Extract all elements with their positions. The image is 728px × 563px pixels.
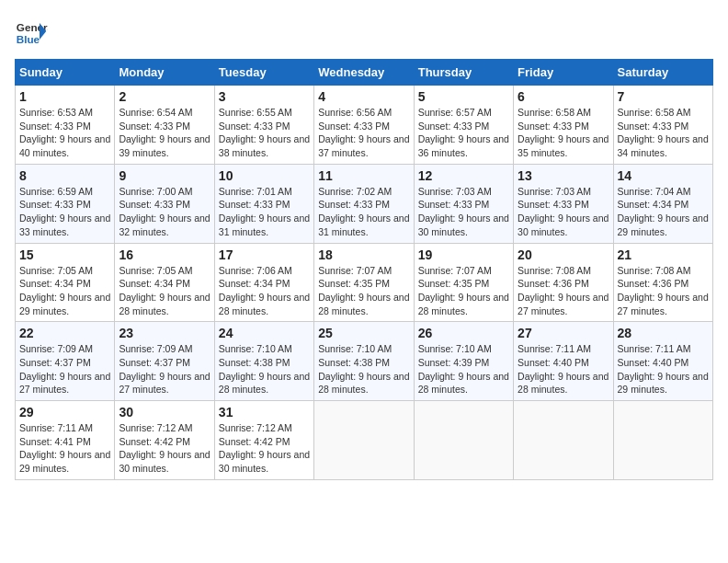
sunrise-text: Sunrise: 7:11 AM — [19, 422, 93, 433]
sunrise-text: Sunrise: 7:03 AM — [418, 186, 492, 197]
daylight-text: Daylight: 9 hours and 30 minutes. — [518, 213, 609, 237]
day-info: Sunrise: 7:09 AM Sunset: 4:37 PM Dayligh… — [19, 342, 110, 396]
day-number: 21 — [618, 247, 709, 262]
daylight-text: Daylight: 9 hours and 28 minutes. — [318, 292, 409, 316]
daylight-text: Daylight: 9 hours and 31 minutes. — [219, 213, 310, 237]
sunrise-text: Sunrise: 7:12 AM — [119, 422, 192, 433]
day-number: 17 — [219, 247, 310, 262]
sunrise-text: Sunrise: 6:56 AM — [318, 107, 392, 118]
sunset-text: Sunset: 4:35 PM — [318, 278, 390, 289]
daylight-text: Daylight: 9 hours and 36 minutes. — [418, 133, 509, 158]
sunrise-text: Sunrise: 6:57 AM — [418, 107, 492, 118]
day-number: 7 — [618, 89, 709, 104]
sunset-text: Sunset: 4:33 PM — [219, 121, 290, 132]
sunrise-text: Sunrise: 7:10 AM — [219, 343, 292, 354]
sunset-text: Sunset: 4:34 PM — [19, 278, 91, 289]
sunset-text: Sunset: 4:33 PM — [119, 121, 190, 132]
day-info: Sunrise: 7:07 AM Sunset: 4:35 PM Dayligh… — [318, 264, 409, 318]
day-number: 22 — [19, 326, 110, 340]
calendar-day-cell — [314, 401, 414, 480]
calendar-day-cell — [613, 401, 712, 480]
day-number: 2 — [119, 89, 210, 104]
daylight-text: Daylight: 9 hours and 38 minutes. — [219, 133, 310, 158]
sunrise-text: Sunrise: 7:09 AM — [119, 343, 192, 354]
sunrise-text: Sunrise: 7:12 AM — [219, 422, 292, 433]
day-number: 30 — [119, 405, 210, 419]
sunrise-text: Sunrise: 7:10 AM — [418, 343, 492, 354]
logo-icon: General Blue — [15, 15, 48, 48]
sunset-text: Sunset: 4:42 PM — [219, 436, 290, 447]
sunset-text: Sunset: 4:33 PM — [318, 121, 390, 132]
daylight-text: Daylight: 9 hours and 33 minutes. — [19, 213, 110, 237]
calendar-week-row: 29 Sunrise: 7:11 AM Sunset: 4:41 PM Dayl… — [16, 401, 713, 480]
calendar-day-cell: 4 Sunrise: 6:56 AM Sunset: 4:33 PM Dayli… — [314, 86, 414, 165]
day-info: Sunrise: 7:08 AM Sunset: 4:36 PM Dayligh… — [618, 264, 709, 318]
sunset-text: Sunset: 4:33 PM — [19, 199, 91, 210]
day-info: Sunrise: 6:54 AM Sunset: 4:33 PM Dayligh… — [119, 106, 210, 160]
sunset-text: Sunset: 4:35 PM — [418, 278, 490, 289]
day-number: 19 — [418, 247, 509, 262]
daylight-text: Daylight: 9 hours and 37 minutes. — [318, 133, 409, 158]
sunrise-text: Sunrise: 7:06 AM — [219, 265, 292, 276]
sunset-text: Sunset: 4:33 PM — [518, 121, 589, 132]
calendar-day-cell: 5 Sunrise: 6:57 AM Sunset: 4:33 PM Dayli… — [414, 86, 513, 165]
daylight-text: Daylight: 9 hours and 27 minutes. — [119, 371, 210, 396]
day-number: 26 — [418, 326, 509, 340]
sunrise-text: Sunrise: 6:58 AM — [618, 107, 691, 118]
calendar-week-row: 15 Sunrise: 7:05 AM Sunset: 4:34 PM Dayl… — [16, 243, 713, 322]
daylight-text: Daylight: 9 hours and 40 minutes. — [19, 133, 110, 158]
calendar-day-cell: 31 Sunrise: 7:12 AM Sunset: 4:42 PM Dayl… — [214, 401, 313, 480]
sunrise-text: Sunrise: 7:10 AM — [318, 343, 392, 354]
day-info: Sunrise: 7:05 AM Sunset: 4:34 PM Dayligh… — [19, 264, 110, 318]
sunset-text: Sunset: 4:33 PM — [119, 199, 190, 210]
daylight-text: Daylight: 9 hours and 29 minutes. — [19, 449, 110, 474]
day-info: Sunrise: 6:58 AM Sunset: 4:33 PM Dayligh… — [618, 106, 709, 160]
calendar-day-cell: 27 Sunrise: 7:11 AM Sunset: 4:40 PM Dayl… — [514, 322, 613, 401]
day-info: Sunrise: 7:00 AM Sunset: 4:33 PM Dayligh… — [119, 185, 210, 239]
sunrise-text: Sunrise: 7:00 AM — [119, 186, 192, 197]
weekday-header-row: Sunday Monday Tuesday Wednesday Thursday… — [16, 60, 713, 86]
calendar-day-cell: 12 Sunrise: 7:03 AM Sunset: 4:33 PM Dayl… — [414, 164, 513, 243]
sunrise-text: Sunrise: 6:55 AM — [219, 107, 292, 118]
day-number: 1 — [19, 89, 110, 104]
daylight-text: Daylight: 9 hours and 28 minutes. — [119, 292, 210, 316]
daylight-text: Daylight: 9 hours and 28 minutes. — [219, 292, 310, 316]
day-number: 4 — [318, 89, 409, 104]
day-number: 5 — [418, 89, 509, 104]
sunset-text: Sunset: 4:34 PM — [618, 199, 689, 210]
sunrise-text: Sunrise: 7:11 AM — [618, 343, 691, 354]
calendar-day-cell: 6 Sunrise: 6:58 AM Sunset: 4:33 PM Dayli… — [514, 86, 613, 165]
day-info: Sunrise: 7:05 AM Sunset: 4:34 PM Dayligh… — [119, 264, 210, 318]
header-wednesday: Wednesday — [314, 60, 414, 86]
day-info: Sunrise: 6:59 AM Sunset: 4:33 PM Dayligh… — [19, 185, 110, 239]
sunset-text: Sunset: 4:33 PM — [618, 121, 689, 132]
day-info: Sunrise: 7:03 AM Sunset: 4:33 PM Dayligh… — [418, 185, 509, 239]
calendar-day-cell: 3 Sunrise: 6:55 AM Sunset: 4:33 PM Dayli… — [214, 86, 313, 165]
header: General Blue — [15, 15, 713, 48]
calendar-week-row: 1 Sunrise: 6:53 AM Sunset: 4:33 PM Dayli… — [16, 86, 713, 165]
calendar-day-cell: 17 Sunrise: 7:06 AM Sunset: 4:34 PM Dayl… — [214, 243, 313, 322]
logo: General Blue — [15, 15, 48, 48]
sunrise-text: Sunrise: 7:04 AM — [618, 186, 691, 197]
sunrise-text: Sunrise: 7:05 AM — [119, 265, 192, 276]
svg-text:Blue: Blue — [17, 33, 40, 45]
calendar-day-cell: 13 Sunrise: 7:03 AM Sunset: 4:33 PM Dayl… — [514, 164, 613, 243]
sunrise-text: Sunrise: 7:08 AM — [518, 265, 591, 276]
sunset-text: Sunset: 4:34 PM — [219, 278, 290, 289]
day-number: 11 — [318, 168, 409, 183]
day-info: Sunrise: 7:12 AM Sunset: 4:42 PM Dayligh… — [119, 421, 210, 476]
daylight-text: Daylight: 9 hours and 31 minutes. — [318, 213, 409, 237]
sunset-text: Sunset: 4:41 PM — [19, 436, 91, 447]
daylight-text: Daylight: 9 hours and 32 minutes. — [119, 213, 210, 237]
daylight-text: Daylight: 9 hours and 28 minutes. — [318, 371, 409, 396]
day-info: Sunrise: 7:03 AM Sunset: 4:33 PM Dayligh… — [518, 185, 609, 239]
day-info: Sunrise: 6:55 AM Sunset: 4:33 PM Dayligh… — [219, 106, 310, 160]
daylight-text: Daylight: 9 hours and 29 minutes. — [618, 213, 709, 237]
calendar-day-cell: 15 Sunrise: 7:05 AM Sunset: 4:34 PM Dayl… — [16, 243, 115, 322]
calendar-day-cell: 28 Sunrise: 7:11 AM Sunset: 4:40 PM Dayl… — [613, 322, 712, 401]
sunrise-text: Sunrise: 6:53 AM — [19, 107, 93, 118]
daylight-text: Daylight: 9 hours and 30 minutes. — [119, 449, 210, 474]
header-saturday: Saturday — [613, 60, 712, 86]
daylight-text: Daylight: 9 hours and 28 minutes. — [518, 371, 609, 396]
day-info: Sunrise: 7:04 AM Sunset: 4:34 PM Dayligh… — [618, 185, 709, 239]
